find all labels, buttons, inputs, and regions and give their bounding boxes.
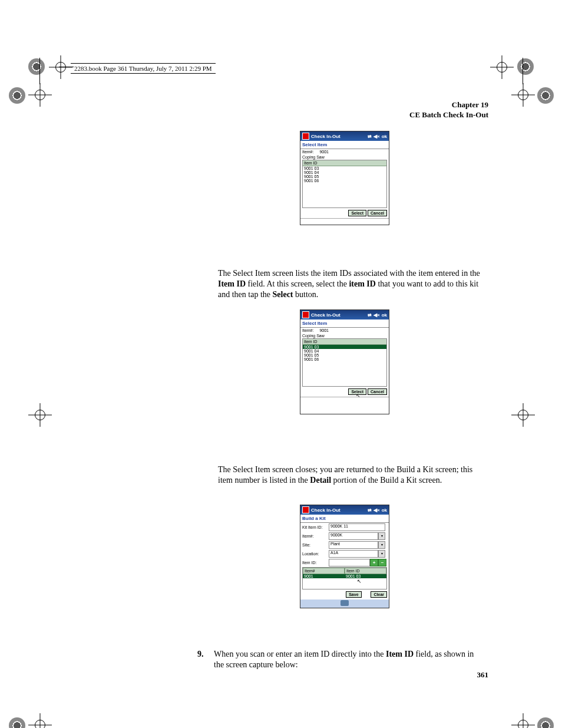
body-paragraph-1: The Select Item screen lists the item ID… bbox=[218, 268, 489, 301]
pda-titlebar: Check In-Out ⇄ ◀× ok bbox=[300, 505, 389, 515]
cancel-button[interactable]: Cancel bbox=[368, 388, 387, 395]
table-cell[interactable]: 9001 03 bbox=[345, 574, 386, 578]
site-field[interactable]: Plant bbox=[329, 541, 378, 549]
keyboard-icon[interactable] bbox=[340, 600, 349, 606]
crop-line bbox=[39, 58, 40, 84]
step-number: 9. bbox=[197, 649, 214, 660]
site-label: Site: bbox=[302, 543, 329, 547]
item-no-field[interactable]: 9000K bbox=[329, 532, 378, 540]
crop-decor bbox=[537, 87, 554, 104]
list-item[interactable]: 9001 05 bbox=[303, 353, 386, 357]
crop-mark bbox=[49, 55, 72, 79]
dropdown-button[interactable]: ▾ bbox=[378, 532, 385, 540]
window-title: Check In-Out bbox=[311, 312, 340, 318]
ok-button[interactable]: ok bbox=[382, 134, 387, 139]
crop-mark bbox=[28, 713, 52, 728]
list-item[interactable]: 9001 05 bbox=[303, 174, 386, 179]
table-header: Item ID bbox=[345, 568, 386, 574]
item-no-label: Item#: bbox=[302, 328, 313, 332]
volume-icon: ◀× bbox=[373, 134, 380, 139]
item-id-field[interactable] bbox=[329, 559, 370, 566]
crop-mark bbox=[511, 83, 535, 107]
plus-button[interactable]: + bbox=[370, 559, 378, 566]
item-no-value: 9001 bbox=[319, 328, 329, 332]
location-label: Location: bbox=[302, 552, 329, 556]
table-cell[interactable]: 9001 bbox=[303, 574, 345, 578]
item-id-list[interactable]: Item ID 9001 03 9001 04 9001 05 9001 06 bbox=[302, 338, 387, 387]
list-header: Item ID bbox=[303, 339, 386, 345]
body-paragraph-2: The Select Item screen closes; you are r… bbox=[218, 465, 489, 486]
item-no-value: 9001 bbox=[319, 150, 329, 154]
list-item[interactable]: 9001 03 bbox=[303, 166, 386, 170]
table-header: Item# bbox=[303, 568, 345, 574]
crop-mark bbox=[28, 403, 52, 427]
list-item[interactable]: 9001 06 bbox=[303, 179, 386, 183]
windows-icon bbox=[302, 311, 309, 318]
pda-screenshot-2: Check In-Out ⇄ ◀× ok Select Item Item#: … bbox=[300, 309, 389, 414]
dropdown-button[interactable]: ▾ bbox=[378, 550, 385, 558]
crop-decor bbox=[9, 717, 25, 728]
kit-item-id-field[interactable]: 9000K 11 bbox=[329, 523, 385, 531]
dropdown-button[interactable]: ▾ bbox=[378, 541, 385, 549]
item-id-list[interactable]: Item ID 9001 03 9001 04 9001 05 9001 06 bbox=[302, 160, 387, 208]
crop-mark bbox=[28, 83, 52, 107]
crop-decor bbox=[517, 58, 534, 75]
select-button[interactable]: Select bbox=[348, 210, 366, 216]
volume-icon: ◀× bbox=[373, 312, 380, 318]
list-item[interactable]: 9001 03 bbox=[303, 345, 386, 349]
clear-button[interactable]: Clear bbox=[371, 591, 387, 598]
item-desc: Coping Saw bbox=[300, 333, 389, 338]
chapter-number: Chapter 19 bbox=[409, 100, 488, 110]
item-desc: Coping Saw bbox=[300, 154, 389, 160]
windows-icon bbox=[302, 506, 309, 513]
crop-mark bbox=[490, 55, 514, 79]
cursor-icon: ↖ bbox=[357, 578, 362, 584]
step-9: 9.When you scan or enter an item ID dire… bbox=[197, 649, 489, 670]
chapter-heading: Chapter 19 CE Batch Check In-Out bbox=[409, 100, 488, 120]
volume-icon: ◀× bbox=[373, 508, 380, 513]
book-header: 2283.book Page 361 Thursday, July 7, 201… bbox=[71, 63, 216, 74]
page-number: 361 bbox=[477, 670, 489, 680]
chapter-title: CE Batch Check In-Out bbox=[409, 110, 488, 120]
cursor-icon: ↖ bbox=[356, 393, 361, 398]
keyboard-bar[interactable] bbox=[300, 599, 389, 608]
save-button[interactable]: Save bbox=[346, 591, 361, 598]
sync-icon: ⇄ bbox=[368, 312, 372, 318]
pda-titlebar: Check In-Out ⇄ ◀× ok bbox=[300, 310, 389, 319]
screen-subtitle: Select Item bbox=[300, 141, 389, 149]
sync-icon: ⇄ bbox=[368, 134, 372, 139]
windows-icon bbox=[302, 133, 309, 140]
item-id-label: Item ID: bbox=[302, 561, 329, 565]
list-item[interactable]: 9001 04 bbox=[303, 349, 386, 353]
screen-subtitle: Select Item bbox=[300, 319, 389, 327]
location-field[interactable]: A1A bbox=[329, 550, 378, 558]
crop-decor bbox=[28, 58, 45, 75]
item-number-row: Item#: 9001 bbox=[300, 149, 389, 154]
window-title: Check In-Out bbox=[311, 508, 340, 513]
detail-table[interactable]: Item# Item ID 9001 9001 03 ↖ bbox=[302, 567, 387, 589]
ok-button[interactable]: ok bbox=[382, 508, 387, 513]
window-title: Check In-Out bbox=[311, 134, 340, 139]
kit-item-id-label: Kit Item ID: bbox=[302, 525, 329, 529]
ok-button[interactable]: ok bbox=[382, 312, 387, 318]
cancel-button[interactable]: Cancel bbox=[368, 210, 387, 216]
crop-line bbox=[523, 58, 523, 84]
crop-decor bbox=[9, 87, 25, 104]
item-no-label: Item#: bbox=[302, 534, 329, 538]
item-no-label: Item#: bbox=[302, 150, 313, 154]
crop-decor bbox=[537, 717, 554, 728]
crop-mark bbox=[511, 403, 535, 427]
screen-subtitle: Build a Kit bbox=[300, 515, 389, 522]
sync-icon: ⇄ bbox=[368, 508, 372, 513]
list-item[interactable]: 9001 06 bbox=[303, 357, 386, 361]
list-item[interactable]: 9001 04 bbox=[303, 170, 386, 174]
pda-screenshot-1: Check In-Out ⇄ ◀× ok Select Item Item#: … bbox=[300, 131, 389, 225]
minus-button[interactable]: − bbox=[378, 559, 386, 566]
pda-titlebar: Check In-Out ⇄ ◀× ok bbox=[300, 131, 389, 141]
list-header: Item ID bbox=[303, 160, 386, 166]
crop-mark bbox=[511, 713, 535, 728]
pda-screenshot-3: Check In-Out ⇄ ◀× ok Build a Kit Kit Ite… bbox=[300, 505, 389, 608]
item-number-row: Item#: 9001 bbox=[300, 327, 389, 333]
